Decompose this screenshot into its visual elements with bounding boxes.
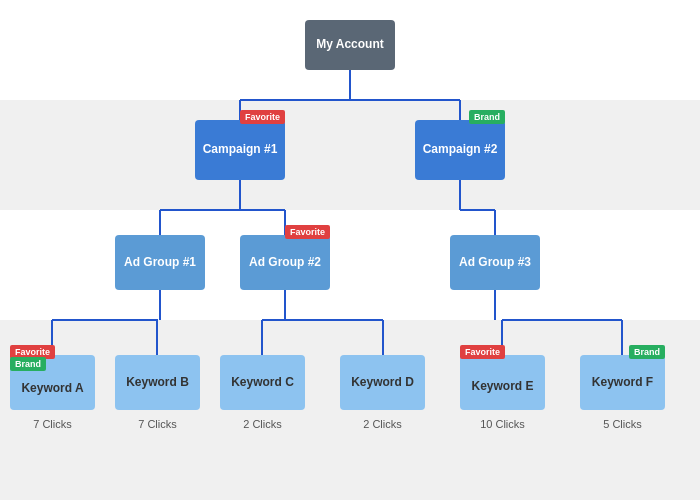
keyword-c-clicks: 2 Clicks	[220, 418, 305, 430]
adgroup3-label: Ad Group #3	[459, 255, 531, 271]
keyword-c-label: Keyword C	[231, 375, 294, 391]
campaign1-badge: Favorite	[240, 110, 285, 124]
keyword-b-node[interactable]: Keyword B	[115, 355, 200, 410]
campaign2-label: Campaign #2	[423, 142, 498, 158]
keyword-f-badge: Brand	[629, 345, 665, 359]
keyword-e-node[interactable]: Favorite Keyword E	[460, 355, 545, 410]
adgroup2-badge: Favorite	[285, 225, 330, 239]
keyword-d-clicks: 2 Clicks	[340, 418, 425, 430]
keyword-f-node[interactable]: Brand Keyword F	[580, 355, 665, 410]
row-campaign	[0, 100, 700, 210]
keyword-e-label: Keyword E	[471, 379, 533, 395]
keyword-b-clicks: 7 Clicks	[115, 418, 200, 430]
tree-container: My Account Favorite Campaign #1 Brand Ca…	[0, 0, 700, 500]
keyword-b-label: Keyword B	[126, 375, 189, 391]
campaign2-badge: Brand	[469, 110, 505, 124]
row-keyword	[0, 320, 700, 500]
adgroup1-label: Ad Group #1	[124, 255, 196, 271]
keyword-c-node[interactable]: Keyword C	[220, 355, 305, 410]
keyword-f-clicks: 5 Clicks	[580, 418, 665, 430]
keyword-a-badge-brand: Brand	[10, 357, 46, 371]
campaign2-node[interactable]: Brand Campaign #2	[415, 120, 505, 180]
keyword-d-label: Keyword D	[351, 375, 414, 391]
keyword-a-label: Keyword A	[21, 381, 83, 397]
keyword-f-label: Keyword F	[592, 375, 653, 391]
keyword-e-clicks: 10 Clicks	[460, 418, 545, 430]
keyword-a-node[interactable]: Favorite Brand Keyword A	[10, 355, 95, 410]
adgroup3-node[interactable]: Ad Group #3	[450, 235, 540, 290]
keyword-a-clicks: 7 Clicks	[10, 418, 95, 430]
row-adgroup	[0, 210, 700, 320]
campaign1-node[interactable]: Favorite Campaign #1	[195, 120, 285, 180]
keyword-d-node[interactable]: Keyword D	[340, 355, 425, 410]
account-node[interactable]: My Account	[305, 20, 395, 70]
campaign1-label: Campaign #1	[203, 142, 278, 158]
adgroup2-label: Ad Group #2	[249, 255, 321, 271]
adgroup2-node[interactable]: Favorite Ad Group #2	[240, 235, 330, 290]
adgroup1-node[interactable]: Ad Group #1	[115, 235, 205, 290]
account-label: My Account	[316, 37, 384, 53]
keyword-e-badge: Favorite	[460, 345, 505, 359]
